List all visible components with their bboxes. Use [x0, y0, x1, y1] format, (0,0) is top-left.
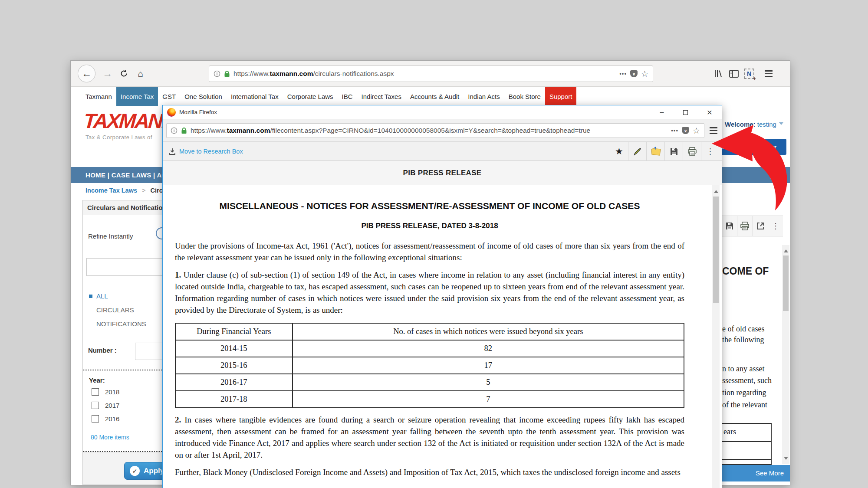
document-tools: ★ ⋮ — [610, 142, 719, 161]
nav-tab-income-tax[interactable]: Income Tax — [116, 87, 158, 106]
filters-panel-title: Circulars and Notifications — [83, 200, 174, 215]
selected-bullet-icon — [89, 295, 92, 298]
more-items-link[interactable]: 80 More items — [91, 434, 129, 441]
page-actions-icon[interactable]: ••• — [671, 128, 678, 134]
filters-panel: Circulars and Notifications Refine Insta… — [82, 200, 174, 485]
export-icon[interactable]: ↥ — [770, 170, 779, 179]
print-icon — [687, 147, 697, 156]
scroll-up-icon[interactable] — [714, 188, 718, 193]
year-checkbox-2017[interactable] — [92, 402, 99, 409]
screenshot-extension-button[interactable]: N+ — [743, 68, 755, 80]
year-checkbox-2016[interactable] — [92, 415, 99, 422]
scrollbar-thumb[interactable] — [713, 197, 719, 303]
bookmark-star-icon[interactable]: ☆ — [641, 69, 648, 79]
bookmark-doc-button[interactable]: ★ — [610, 142, 628, 161]
year-row-2016: 2016 — [92, 415, 119, 422]
close-button[interactable]: × — [699, 105, 720, 119]
more-tools-button[interactable]: ⋮ — [701, 142, 719, 161]
check-icon: ✓ — [130, 466, 140, 476]
pocket-icon[interactable]: ∨ — [682, 127, 689, 134]
sidebar-toggle-button[interactable] — [728, 68, 740, 80]
library-button[interactable] — [712, 68, 724, 80]
print-doc-button[interactable] — [683, 142, 701, 161]
back-icon: ← — [82, 68, 92, 79]
move-to-research-link[interactable]: Move to Research Box — [169, 142, 243, 161]
print-button[interactable] — [737, 216, 752, 236]
hamburger-icon — [765, 70, 773, 77]
bookmark-star-icon[interactable]: ☆ — [693, 126, 700, 136]
year-checkbox-list: 201820172016 — [92, 388, 119, 429]
nav-tab-indirect-taxes[interactable]: Indirect Taxes — [357, 87, 406, 106]
save-button[interactable] — [722, 216, 737, 236]
popup-titlebar[interactable]: Mozilla Firefox – × — [163, 105, 722, 119]
pocket-icon[interactable]: ∨ — [630, 70, 638, 77]
year-checkbox-2018[interactable] — [92, 388, 99, 396]
table-header: During Financial Years — [175, 323, 293, 340]
back-button[interactable]: ← — [78, 65, 95, 82]
filter-option-all[interactable]: ALL — [89, 292, 146, 300]
hidden-doc-text-fragment: tion regarding — [722, 388, 788, 397]
nav-tab-accounts-audit[interactable]: Accounts & Audit — [406, 87, 464, 106]
chevron-down-icon — [779, 122, 783, 127]
maximize-button[interactable] — [675, 105, 696, 119]
nav-tab-international-tax[interactable]: International Tax — [227, 87, 283, 106]
save-doc-button[interactable] — [664, 142, 683, 161]
open-new-window-button[interactable] — [753, 216, 768, 236]
forward-button[interactable]: → — [99, 65, 116, 82]
filter-option-notifications[interactable]: NOTIFICATIONS — [89, 320, 146, 328]
scroll-down-icon[interactable] — [784, 457, 788, 462]
year-label: Year: — [89, 377, 105, 384]
hidden-doc-heading-fragment: COME OF — [722, 265, 769, 277]
table-row: 2015-1617 — [175, 357, 684, 374]
lock-icon — [224, 70, 230, 77]
scroll-up-icon[interactable] — [784, 247, 788, 252]
menu-button[interactable] — [763, 68, 775, 80]
site-info-icon[interactable] — [171, 127, 178, 134]
minimize-button[interactable]: – — [651, 105, 672, 119]
lock-icon — [181, 127, 187, 134]
popup-window-title: Mozilla Firefox — [179, 109, 217, 115]
nav-tab-support[interactable]: Support — [545, 87, 577, 106]
document-heading: MISCELLANEOUS - NOTICES FOR ASSESSMENT/R… — [175, 201, 684, 211]
nav-tab-ibc[interactable]: IBC — [338, 87, 357, 106]
forward-icon: → — [102, 68, 112, 79]
sidebar-search-input[interactable] — [86, 258, 174, 276]
breadcrumb-link[interactable]: Income Tax Laws — [85, 187, 137, 194]
nav-tab-one-solution[interactable]: One Solution — [180, 87, 227, 106]
paragraph-intro: Under the provisions of Income-tax Act, … — [175, 240, 684, 263]
site-info-icon[interactable] — [214, 70, 220, 77]
address-bar[interactable]: https://www.taxmann.com/circulars-notifi… — [209, 66, 653, 82]
filter-option-circulars[interactable]: CIRCULARS — [89, 306, 146, 314]
refresh-icon — [120, 69, 128, 78]
nav-tab-indian-acts[interactable]: Indian Acts — [464, 87, 504, 106]
refresh-button[interactable] — [115, 65, 133, 82]
research-note-button[interactable] — [646, 142, 664, 161]
nav-tab-gst[interactable]: GST — [158, 87, 180, 106]
popup-menu-button[interactable] — [707, 123, 720, 138]
nav-tab-taxmann[interactable]: Taxmann — [81, 87, 116, 106]
year-checkbox-label: 2017 — [105, 402, 119, 409]
more-options-button[interactable]: ⋮ — [768, 216, 783, 236]
page-actions-icon[interactable]: ••• — [619, 71, 627, 77]
save-icon — [725, 222, 734, 230]
nav-tab-corporate-laws[interactable]: Corporate Laws — [283, 87, 338, 106]
popup-toolbar: https://www.taxmann.com/filecontent.aspx… — [163, 119, 722, 142]
popup-scrollbar[interactable] — [712, 185, 720, 488]
popup-address-bar[interactable]: https://www.taxmann.com/filecontent.aspx… — [166, 123, 704, 138]
year-row-2018: 2018 — [92, 388, 119, 396]
table-fragment-text: ears — [723, 427, 736, 436]
year-row-2017: 2017 — [92, 402, 119, 409]
sidebar-icon — [729, 70, 739, 78]
firefox-icon — [167, 108, 176, 117]
nav-tab-book-store[interactable]: Book Store — [504, 87, 545, 106]
screenshot-canvas: ← → ⌂ https://www.taxmann.com/circulars-… — [0, 0, 868, 488]
table-cell: 2014-15 — [175, 340, 293, 357]
welcome-user[interactable]: Welcome: testing — [725, 121, 783, 128]
page-scrollbar[interactable] — [782, 245, 789, 464]
home-button[interactable]: ⌂ — [132, 65, 149, 82]
document-type-band: PIB PRESS RELEASE — [163, 161, 722, 185]
highlighter-button[interactable] — [628, 142, 646, 161]
scrollbar-thumb[interactable] — [783, 255, 789, 311]
popup-url-text: https://www.taxmann.com/filecontent.aspx… — [191, 127, 667, 134]
refine-instantly-label: Refine Instantly — [88, 233, 133, 240]
